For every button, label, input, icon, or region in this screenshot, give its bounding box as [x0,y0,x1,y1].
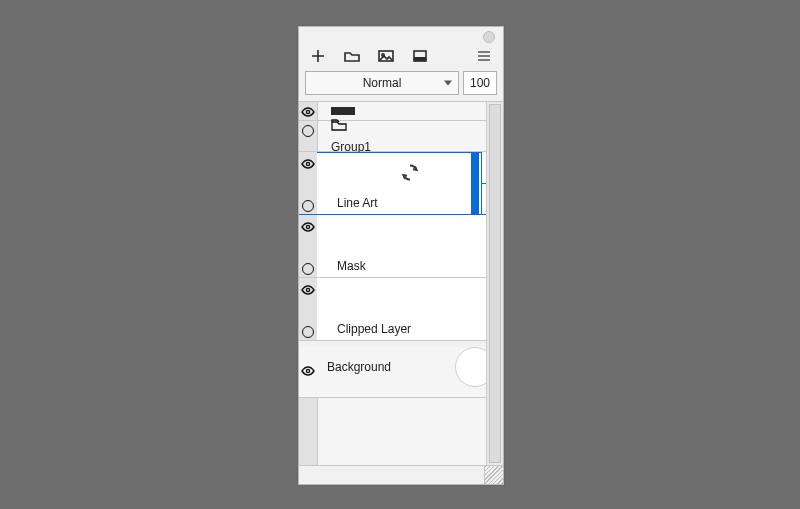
svg-point-10 [306,288,309,291]
svg-point-11 [306,369,309,372]
visibility-eye-icon[interactable] [301,221,315,235]
layer-row-lineart[interactable]: Line Art [299,152,503,215]
visibility-eye-icon[interactable] [301,365,315,379]
blend-mode-value: Normal [363,76,402,90]
drag-handle[interactable] [471,152,479,214]
new-image-layer-button[interactable] [375,47,397,65]
layer-mask-button[interactable] [409,47,431,65]
svg-rect-5 [331,107,355,115]
chevron-down-icon [444,81,452,86]
folder-icon [331,119,347,134]
layer-label: Clipped Layer [337,322,411,336]
layer-row-fragment[interactable] [299,102,503,121]
visibility-eye-icon[interactable] [301,158,315,172]
opacity-input[interactable]: 100 [463,71,497,95]
svg-rect-3 [414,57,426,61]
blend-mode-select[interactable]: Normal [305,71,459,95]
selection-ring-icon[interactable] [302,125,314,137]
loading-spinner-icon [401,164,419,185]
layer-row-clipped[interactable]: Clipped Layer [299,278,503,341]
layer-row-background[interactable]: Background [299,341,503,398]
panel-state-dot-icon [483,31,495,43]
layers-toolbar [299,43,503,71]
layer-row-group[interactable]: Group1 [299,121,503,152]
layer-row-mask[interactable]: Mask [299,215,503,278]
opacity-value: 100 [470,76,490,90]
layer-label: Mask [337,259,366,273]
resize-grip-icon[interactable] [484,466,503,484]
new-folder-button[interactable] [341,47,363,65]
new-layer-button[interactable] [307,47,329,65]
layers-panel: Normal 100 Group1 [298,26,504,485]
panel-menu-button[interactable] [473,47,495,65]
layer-thumb-icon [331,107,355,115]
layer-label: Background [327,360,391,374]
selection-ring-icon[interactable] [302,326,314,338]
visibility-eye-icon[interactable] [301,284,315,298]
selection-ring-icon[interactable] [302,263,314,275]
svg-point-9 [306,225,309,228]
layer-list: Group1 Line Art [299,101,503,465]
selection-ring-icon[interactable] [302,200,314,212]
panel-footer [299,465,503,484]
vertical-scrollbar[interactable] [486,102,503,465]
blend-row: Normal 100 [299,71,503,101]
svg-point-6 [306,162,309,165]
svg-point-4 [306,110,309,113]
layer-label: Line Art [337,196,378,210]
visibility-eye-icon[interactable] [301,106,315,120]
panel-header [299,27,503,43]
